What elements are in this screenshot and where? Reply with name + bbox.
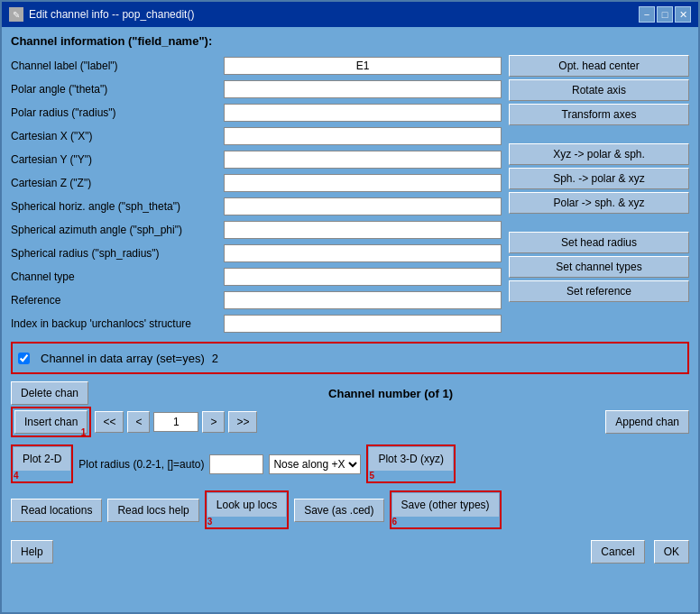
- field-label-radius: Polar radius ("radius"): [11, 106, 218, 119]
- look-up-locs-button[interactable]: Look up locs: [207, 493, 286, 517]
- help-button[interactable]: Help: [11, 540, 53, 564]
- field-row-x: Cartesian X ("X"): [11, 125, 502, 147]
- save-other-badge: 6: [392, 517, 398, 527]
- minimize-button[interactable]: −: [639, 6, 655, 23]
- field-label-ref: Reference: [11, 294, 218, 307]
- field-row-label: Channel label ("label"): [11, 55, 502, 77]
- cancel-button[interactable]: Cancel: [591, 540, 644, 564]
- field-label-sph-phi: Spherical azimuth angle ("sph_phi"): [11, 224, 218, 236]
- right-panel: Opt. head center Rotate axis Transform a…: [509, 55, 689, 334]
- window-title: Edit channel info -- pop_chanedit(): [29, 8, 194, 21]
- channel-num-nav-row: Insert chan 1 << < > >> Append chan: [11, 407, 689, 437]
- input-sph-radius[interactable]: [224, 244, 502, 262]
- plot-2d-badge: 4: [14, 471, 19, 481]
- input-type[interactable]: [224, 268, 502, 286]
- field-row-sph-phi: Spherical azimuth angle ("sph_phi"): [11, 219, 502, 241]
- input-theta[interactable]: [224, 80, 502, 98]
- insert-badge: 1: [81, 427, 87, 437]
- section-header: Channel information ("field_name"):: [11, 34, 689, 48]
- set-channel-types-button[interactable]: Set channel types: [509, 256, 689, 278]
- field-row-backup: Index in backup 'urchanlocs' structure: [11, 313, 502, 334]
- input-sph-theta[interactable]: [224, 197, 502, 215]
- read-locs-help-button[interactable]: Read locs help: [107, 499, 198, 522]
- sph-polar-button[interactable]: Sph. -> polar & xyz: [509, 168, 689, 189]
- channel-in-data-value: 2: [212, 352, 218, 365]
- window-icon: ✎: [9, 7, 23, 22]
- bottom-buttons-row: Read locations Read locs help Look up lo…: [11, 490, 689, 529]
- next-button[interactable]: >: [202, 411, 225, 433]
- plot-radius-input[interactable]: [209, 454, 263, 474]
- field-row-z: Cartesian Z ("Z"): [11, 172, 502, 194]
- field-label-backup: Index in backup 'urchanlocs' structure: [11, 317, 218, 330]
- set-reference-button[interactable]: Set reference: [509, 280, 689, 302]
- main-grid: Channel label ("label") Polar angle ("th…: [11, 55, 689, 334]
- input-label[interactable]: [224, 57, 502, 75]
- plot-row: Plot 2-D 4 Plot radius (0.2-1, []=auto) …: [11, 444, 689, 483]
- final-buttons-row: Help Cancel OK: [11, 540, 689, 564]
- field-row-ref: Reference: [11, 289, 502, 311]
- field-label-theta: Polar angle ("theta"): [11, 83, 218, 96]
- field-row-radius: Polar radius ("radius"): [11, 102, 502, 124]
- plot-3d-badge: 5: [369, 471, 374, 481]
- field-row-y: Cartesian Y ("Y"): [11, 149, 502, 170]
- field-label-x: Cartesian X ("X"): [11, 130, 218, 142]
- append-chan-button[interactable]: Append chan: [605, 410, 689, 434]
- delete-insert-row: Delete chan Channel number (of 1): [11, 381, 689, 405]
- field-row-theta: Polar angle ("theta"): [11, 78, 502, 100]
- close-button[interactable]: ✕: [675, 6, 691, 23]
- transform-axes-button[interactable]: Transform axes: [509, 104, 689, 125]
- look-up-badge: 3: [207, 517, 213, 527]
- plot-2d-button[interactable]: Plot 2-D: [14, 447, 70, 471]
- nose-direction-select[interactable]: Nose along +X Nose along +Y Nose along -…: [269, 454, 361, 474]
- polar-sph-button[interactable]: Polar -> sph. & xyz: [509, 192, 689, 214]
- channel-in-data-checkbox[interactable]: [18, 353, 30, 364]
- plot-3d-button[interactable]: Plot 3-D (xyz): [369, 447, 453, 471]
- channel-number-title: Channel number (of 1): [328, 387, 453, 400]
- channel-number-input[interactable]: [153, 412, 198, 432]
- insert-chan-button[interactable]: Insert chan: [14, 410, 88, 434]
- input-radius[interactable]: [224, 104, 502, 122]
- save-ced-button[interactable]: Save (as .ced): [294, 499, 383, 522]
- field-label-y: Cartesian Y ("Y"): [11, 153, 218, 166]
- maximize-button[interactable]: □: [657, 6, 673, 23]
- input-ref[interactable]: [224, 291, 502, 309]
- opt-head-center-button[interactable]: Opt. head center: [509, 55, 689, 77]
- rotate-axis-button[interactable]: Rotate axis: [509, 79, 689, 101]
- save-other-button[interactable]: Save (other types): [392, 493, 499, 517]
- right-group-3: Set head radius Set channel types Set re…: [509, 232, 689, 302]
- field-label-sph-theta: Spherical horiz. angle ("sph_theta"): [11, 200, 218, 213]
- field-row-type: Channel type: [11, 266, 502, 288]
- field-row-sph-theta: Spherical horiz. angle ("sph_theta"): [11, 196, 502, 217]
- xyz-polar-button[interactable]: Xyz -> polar & sph.: [509, 143, 689, 165]
- input-z[interactable]: [224, 174, 502, 192]
- last-button[interactable]: >>: [228, 411, 257, 433]
- field-label-sph-radius: Spherical radius ("sph_radius"): [11, 247, 218, 260]
- channel-in-data-row: Channel in data array (set=yes) 2: [11, 342, 689, 374]
- input-backup[interactable]: [224, 315, 502, 333]
- input-y[interactable]: [224, 151, 502, 169]
- radius-label: Plot radius (0.2-1, []=auto): [78, 458, 204, 471]
- input-sph-phi[interactable]: [224, 221, 502, 239]
- field-label-label: Channel label ("label"): [11, 60, 218, 72]
- channel-in-data-label: Channel in data array (set=yes): [41, 352, 205, 365]
- right-group-2: Xyz -> polar & sph. Sph. -> polar & xyz …: [509, 143, 689, 214]
- right-group-1: Opt. head center Rotate axis Transform a…: [509, 55, 689, 125]
- set-head-radius-button[interactable]: Set head radius: [509, 232, 689, 253]
- input-x[interactable]: [224, 127, 502, 145]
- title-bar: ✎ Edit channel info -- pop_chanedit() − …: [2, 2, 698, 27]
- first-button[interactable]: <<: [95, 411, 124, 433]
- ok-button[interactable]: OK: [654, 540, 689, 564]
- delete-chan-button[interactable]: Delete chan: [11, 381, 88, 405]
- read-locations-button[interactable]: Read locations: [11, 499, 102, 522]
- channel-number-section: Delete chan Channel number (of 1) Insert…: [11, 381, 689, 437]
- field-label-z: Cartesian Z ("Z"): [11, 177, 218, 189]
- prev-button[interactable]: <: [127, 411, 150, 433]
- main-window: ✎ Edit channel info -- pop_chanedit() − …: [0, 0, 700, 614]
- field-label-type: Channel type: [11, 270, 218, 283]
- fields-panel: Channel label ("label") Polar angle ("th…: [11, 55, 502, 334]
- content-area: Channel information ("field_name"): Chan…: [2, 27, 698, 612]
- field-row-sph-radius: Spherical radius ("sph_radius"): [11, 243, 502, 264]
